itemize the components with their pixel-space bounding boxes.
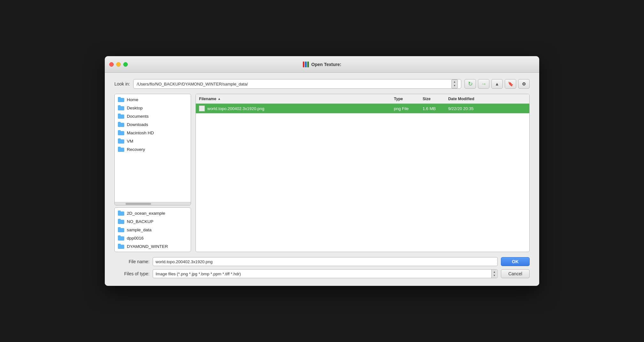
sidebar-item-vm[interactable]: VM [115,137,191,145]
col-header-filename[interactable]: Filename ▲ [199,97,394,101]
sublist-item-no-backup[interactable]: NO_BACKUP [115,217,191,226]
bookmark-button[interactable]: 🔖 [505,79,516,89]
sidebar-label-home: Home [127,97,138,102]
col-header-size[interactable]: Size [423,97,448,101]
file-list-header: Filename ▲ Type Size Date Modified [196,94,529,104]
folder-icon [118,97,124,102]
bottom-fields: File name: world.topo.200402.3x1920.png … [114,257,530,278]
file-list-panel: Filename ▲ Type Size Date Modified [195,94,530,252]
sublist-label-dyamond: DYAMOND_WINTER [127,244,168,249]
sublist-label-no-backup: NO_BACKUP [127,219,153,224]
folder-icon [118,138,124,144]
sidebar-label-recovery: Recovery [127,147,145,152]
sublist-label-sample-data: sample_data [127,227,151,232]
sidebar-item-home[interactable]: Home [115,95,191,104]
sidebar-list: Home Desktop Documents Downloads [114,94,191,205]
settings-button[interactable]: ⚙ [518,79,530,89]
lookin-field[interactable]: /Users/flo/NO_BACKUP/DYAMOND_WINTER/samp… [133,79,461,89]
sidebar-label-macintosh: Macintosh HD [127,130,154,135]
folder-icon [118,147,124,152]
file-cell-type: png File [394,106,423,111]
file-thumbnail [199,106,205,111]
dialog-title: Open Texture: [303,62,341,67]
sidebar-label-desktop: Desktop [127,106,143,110]
lookin-row: Look in: /Users/flo/NO_BACKUP/DYAMOND_WI… [114,79,530,89]
file-cell-size: 1.6 MB [423,106,448,111]
filename-row: File name: world.topo.200402.3x1920.png … [114,257,530,266]
file-row[interactable]: world.topo.200402.3x1920.png png File 1.… [196,104,529,113]
sort-arrow: ▲ [218,97,221,100]
col-header-type[interactable]: Type [394,97,423,101]
folder-icon [118,122,124,127]
file-cell-name: world.topo.200402.3x1920.png [199,106,394,111]
sublist-item-2d-ocean[interactable]: 2D_ocean_example [115,209,191,217]
maximize-button[interactable] [123,62,128,67]
left-panel: Home Desktop Documents Downloads [114,94,191,252]
sublist-label-dpp0016: dpp0016 [127,236,144,241]
sidebar-item-downloads[interactable]: Downloads [115,120,191,129]
sidebar-label-vm: VM [127,139,133,144]
sidebar-item-macintosh[interactable]: Macintosh HD [115,129,191,137]
folder-icon [118,219,124,224]
sub-list: 2D_ocean_example NO_BACKUP sample_data d… [114,207,191,252]
folder-icon [118,211,124,216]
back-button[interactable]: ↻ [464,79,476,89]
sublist-label-2d-ocean: 2D_ocean_example [127,211,165,216]
lookin-path: /Users/flo/NO_BACKUP/DYAMOND_WINTER/samp… [137,82,451,86]
filetype-value: Image files (*.png *.jpg *.bmp *.ppm *.t… [156,271,241,276]
lookin-stepper[interactable]: ▲ ▼ [451,79,458,88]
cancel-container: Cancel [501,269,530,278]
app-icon [303,62,309,67]
file-name-text: world.topo.200402.3x1920.png [207,106,264,111]
sidebar-scrollable: Home Desktop Documents Downloads [115,94,191,202]
folder-icon [118,227,124,232]
dialog-body: Look in: /Users/flo/NO_BACKUP/DYAMOND_WI… [105,73,539,286]
main-content: Home Desktop Documents Downloads [114,94,530,252]
filetype-select[interactable]: Image files (*.png *.jpg *.bmp *.ppm *.t… [153,269,498,278]
sidebar-item-documents[interactable]: Documents [115,112,191,120]
traffic-lights [109,62,128,67]
sublist-item-dyamond[interactable]: DYAMOND_WINTER [115,242,191,250]
sublist-item-dpp0016[interactable]: dpp0016 [115,234,191,242]
lookin-label: Look in: [114,81,130,86]
filename-label: File name: [114,259,150,264]
sidebar-label-documents: Documents [127,114,149,119]
title-text: Open Texture: [311,62,341,67]
sidebar-label-downloads: Downloads [127,122,148,127]
scrollbar-thumb[interactable] [126,203,151,205]
up-button[interactable]: ▲ [491,79,503,89]
minimize-button[interactable] [116,62,121,67]
filetype-label: Files of type: [114,271,150,276]
filetype-stepper[interactable]: ▲ ▼ [491,270,497,278]
sublist-item-sample-data[interactable]: sample_data [115,226,191,234]
close-button[interactable] [109,62,114,67]
filename-input[interactable]: world.topo.200402.3x1920.png [153,257,498,266]
file-list-body: world.topo.200402.3x1920.png png File 1.… [196,104,529,252]
folder-icon [118,114,124,119]
filename-value: world.topo.200402.3x1920.png [156,259,213,264]
title-bar: Open Texture: [105,56,539,73]
toolbar-buttons: ↻ → ▲ 🔖 ⚙ [464,79,530,89]
ok-button[interactable]: OK [501,257,530,266]
dialog-buttons: OK [501,257,530,266]
scrollbar-track [115,202,191,205]
sidebar-item-recovery[interactable]: Recovery [115,145,191,153]
file-cell-date: 9/22/20 20:35 [448,106,526,111]
folder-icon [118,105,124,110]
folder-icon [118,235,124,241]
col-header-date[interactable]: Date Modified [448,97,526,101]
dialog-window: Open Texture: Look in: /Users/flo/NO_BAC… [105,56,539,286]
folder-icon [118,244,124,249]
sidebar-item-desktop[interactable]: Desktop [115,104,191,112]
cancel-button[interactable]: Cancel [501,269,530,278]
filetype-row: Files of type: Image files (*.png *.jpg … [114,269,530,278]
folder-icon [118,130,124,135]
forward-button[interactable]: → [478,79,489,89]
